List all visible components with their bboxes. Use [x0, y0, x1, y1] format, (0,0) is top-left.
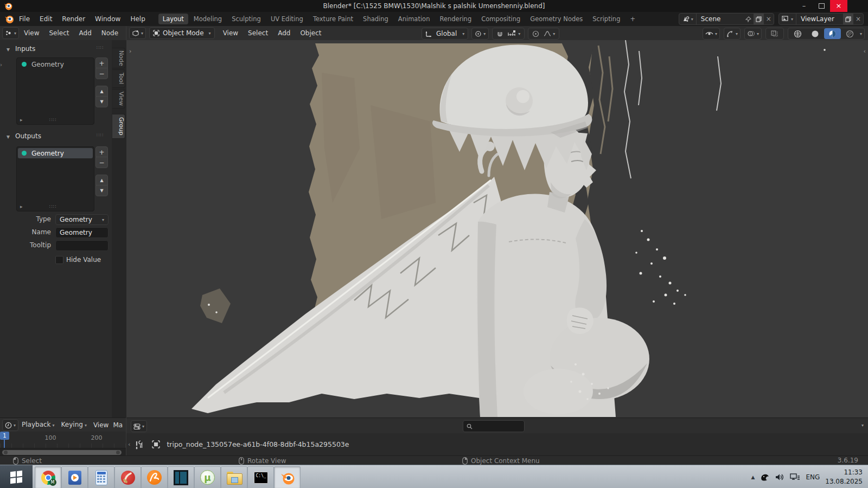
taskbar-calculator-button[interactable]	[88, 466, 114, 488]
list-expand-icon[interactable]: ▸	[20, 204, 23, 209]
editor-type-button[interactable]: ▾	[129, 27, 146, 39]
scene-name[interactable]: Scene	[697, 15, 743, 23]
taskbar-avast-button[interactable]	[141, 466, 168, 488]
active-tool-icon[interactable]	[135, 440, 143, 450]
tray-app-icon[interactable]	[760, 473, 770, 481]
viewport-canvas[interactable]: › ‹	[126, 40, 868, 418]
keying-menu[interactable]: Keying▾	[58, 418, 90, 433]
proportional-edit-toggle[interactable]	[530, 28, 541, 39]
editor-type-button[interactable]: ▾	[2, 27, 19, 39]
socket-type-dropdown[interactable]: Geometry ▾	[55, 214, 108, 225]
workspace-tab-layout[interactable]: Layout	[158, 14, 188, 24]
timeline-ruler[interactable]: 100 200 1	[0, 432, 126, 448]
shading-rendered-button[interactable]	[841, 28, 858, 39]
shading-solid-button[interactable]	[807, 28, 824, 39]
menu-file[interactable]: File	[14, 12, 35, 26]
add-input-button[interactable]: +	[95, 57, 108, 69]
sidebar-tab-group[interactable]: Group	[112, 114, 125, 139]
list-item-geometry-input[interactable]: Geometry	[18, 59, 93, 69]
new-viewlayer-button[interactable]	[843, 14, 853, 24]
taskbar-blender-button[interactable]	[274, 466, 301, 488]
unlink-scene-button[interactable]: ×	[764, 14, 774, 24]
shading-wireframe-button[interactable]	[789, 28, 806, 39]
inputs-panel-title[interactable]: Inputs	[15, 45, 35, 53]
drag-grip-icon[interactable]: ∷∷	[97, 132, 104, 138]
taskbar-file-explorer-button[interactable]	[221, 466, 247, 488]
outputs-panel-title[interactable]: Outputs	[15, 132, 41, 140]
workspace-tab-rendering[interactable]: Rendering	[435, 14, 476, 24]
remove-output-button[interactable]: −	[95, 157, 108, 168]
taskbar-panel-app-button[interactable]	[168, 466, 194, 488]
marker-menu[interactable]: Ma	[112, 418, 124, 432]
pivot-point-dropdown[interactable]: ▾	[471, 28, 489, 40]
playhead-line[interactable]	[4, 440, 5, 448]
menu-render[interactable]: Render	[57, 12, 90, 26]
new-scene-button[interactable]	[754, 14, 764, 24]
blender-logo-icon[interactable]	[4, 14, 14, 24]
object-data-icon[interactable]	[152, 440, 160, 448]
pin-icon[interactable]	[743, 14, 754, 24]
taskbar-utorrent-button[interactable]: µ	[194, 466, 221, 488]
workspace-tab-uv-editing[interactable]: UV Editing	[266, 14, 308, 24]
expand-toolbar-arrow[interactable]: ›	[0, 62, 2, 68]
minimize-button[interactable]: –	[795, 0, 813, 12]
taskbar-media-player-button[interactable]	[61, 466, 88, 488]
collapse-arrow-icon[interactable]: ‹	[128, 441, 130, 448]
sidebar-tab-tool[interactable]: Tool	[112, 69, 125, 88]
menu-edit[interactable]: Edit	[35, 12, 57, 26]
playback-menu[interactable]: Playback▾	[18, 418, 58, 433]
properties-search[interactable]	[463, 420, 525, 432]
move-input-down-button[interactable]: ▼	[95, 96, 108, 107]
object-menu[interactable]: Object	[295, 26, 326, 40]
taskbar-command-prompt-button[interactable]: C:\_	[247, 466, 274, 488]
workspace-tab-compositing[interactable]: Compositing	[477, 14, 525, 24]
tray-expand-icon[interactable]: ▲	[751, 474, 755, 480]
current-frame-indicator[interactable]: 1	[0, 432, 9, 440]
language-indicator[interactable]: ENG	[806, 473, 820, 481]
menu-window[interactable]: Window	[90, 12, 125, 26]
move-input-up-button[interactable]: ▲	[95, 86, 108, 97]
panel-collapse-icon[interactable]: ▾	[7, 46, 10, 53]
overlays-dropdown[interactable]: ▾	[744, 28, 762, 40]
object-visibility-dropdown[interactable]: ▾	[703, 28, 720, 40]
add-workspace-button[interactable]: +	[626, 14, 640, 24]
list-expand-icon[interactable]: ▸	[20, 117, 23, 123]
socket-tooltip-field[interactable]	[55, 240, 108, 251]
scrollbar-zoom-handle-left[interactable]	[4, 451, 8, 454]
timeline-view-menu[interactable]: View	[90, 418, 112, 432]
viewlayer-browse-button[interactable]: ▾	[779, 14, 796, 24]
search-input[interactable]	[475, 422, 521, 431]
list-resize-grip[interactable]: ∷∷	[49, 117, 56, 123]
add-output-button[interactable]: +	[95, 146, 108, 158]
taskbar-chrome-button[interactable]: M	[35, 466, 61, 488]
node-menu-select[interactable]: Select	[44, 26, 74, 40]
close-button[interactable]: ×	[830, 0, 847, 12]
move-output-down-button[interactable]: ▼	[95, 185, 108, 196]
list-resize-grip[interactable]: ∷∷	[49, 204, 56, 209]
scene-browse-button[interactable]: ▾	[679, 14, 697, 24]
breadcrumb[interactable]: tripo_node_135057ee-a61b-4f08-8dbf-4b15a…	[167, 440, 349, 448]
drag-grip-icon[interactable]: ∷∷	[97, 45, 104, 50]
panel-collapse-icon[interactable]: ▾	[7, 133, 10, 140]
viewlayer-name[interactable]: ViewLayer	[796, 15, 843, 23]
mode-selector[interactable]: Object Mode ▾	[149, 27, 215, 39]
scrollbar-zoom-handle-right[interactable]	[116, 451, 120, 454]
start-button[interactable]	[0, 465, 33, 488]
view-menu[interactable]: View	[218, 26, 243, 40]
taskbar-clock[interactable]: 11:33 13.08.2025	[825, 468, 863, 485]
shading-dropdown-icon[interactable]: ▾	[860, 31, 862, 36]
transform-orientation-dropdown[interactable]: Global ▾	[422, 28, 468, 40]
workspace-tab-shading[interactable]: Shading	[359, 14, 393, 24]
taskbar-ccleaner-button[interactable]	[114, 466, 141, 488]
workspace-tab-texture-paint[interactable]: Texture Paint	[309, 14, 358, 24]
node-menu-node[interactable]: Node	[97, 26, 123, 40]
snap-toggle-button[interactable]	[494, 28, 506, 39]
snap-target-dropdown[interactable]: ▾	[506, 28, 522, 39]
gizmos-dropdown[interactable]: ▾	[724, 28, 741, 40]
scrollbar-handle[interactable]	[2, 450, 122, 455]
remove-viewlayer-button[interactable]: ×	[853, 14, 863, 24]
shading-material-preview-button[interactable]	[824, 28, 841, 39]
workspace-tab-geometry-nodes[interactable]: Geometry Nodes	[526, 14, 587, 24]
menu-help[interactable]: Help	[125, 12, 150, 26]
proportional-falloff-dropdown[interactable]: ▾	[541, 28, 557, 39]
